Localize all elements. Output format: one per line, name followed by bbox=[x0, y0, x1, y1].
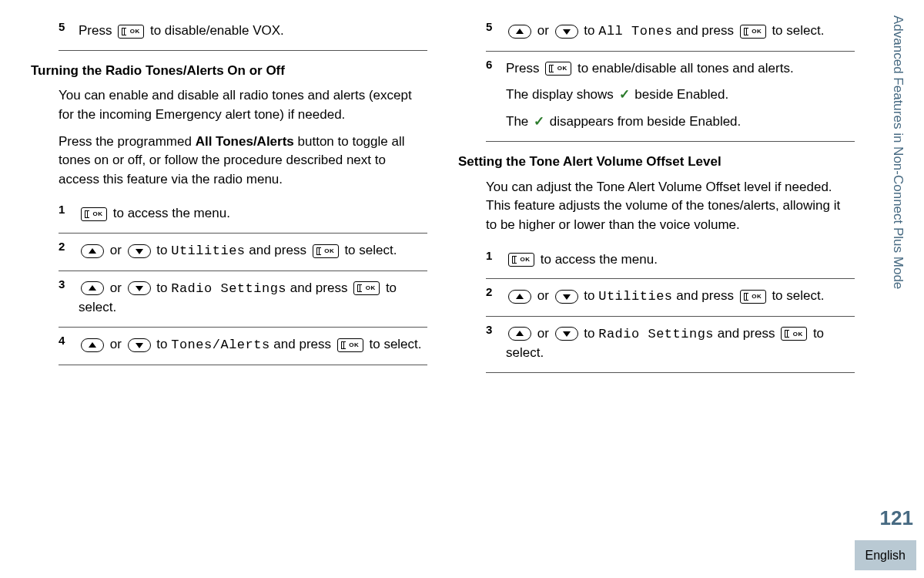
section-heading: Turning the Radio Tones/Alerts On or Off bbox=[31, 62, 427, 81]
svg-marker-11 bbox=[563, 331, 571, 337]
step-4: 4 or to Tones/Alerts and press OK to sel… bbox=[59, 328, 427, 365]
up-arrow-icon bbox=[508, 290, 531, 304]
down-arrow-icon bbox=[555, 290, 578, 304]
step-5: 5 or to All Tones and press OK to select… bbox=[486, 14, 855, 52]
step-number: 5 bbox=[486, 18, 506, 35]
step-number: 1 bbox=[486, 247, 506, 264]
step-3: 3 or to Radio Settings and press OK to s… bbox=[486, 317, 855, 373]
step-3: 3 or to Radio Settings and press OK to s… bbox=[59, 271, 427, 328]
intro-paragraph: You can adjust the Tone Alert Volume Off… bbox=[486, 178, 855, 235]
up-arrow-icon bbox=[81, 281, 104, 295]
ok-icon: OK bbox=[740, 290, 766, 304]
text: to bbox=[584, 326, 598, 341]
text: Press bbox=[506, 61, 543, 76]
text: disappears from beside Enabled. bbox=[546, 114, 741, 129]
text: and press bbox=[270, 337, 335, 351]
ok-icon: OK bbox=[545, 62, 571, 76]
menu-item: Radio Settings bbox=[171, 281, 286, 296]
text: to select. bbox=[344, 243, 397, 257]
text: to bbox=[156, 243, 171, 257]
menu-item: All Tones bbox=[598, 24, 672, 39]
ok-icon: OK bbox=[781, 327, 807, 341]
down-arrow-icon bbox=[128, 281, 151, 295]
text: to select. bbox=[369, 337, 421, 351]
bold-text: All Tones/Alerts bbox=[196, 134, 294, 149]
svg-marker-9 bbox=[563, 294, 571, 300]
step-number: 3 bbox=[59, 276, 79, 293]
step-2: 2 or to Utilities and press OK to select… bbox=[486, 279, 855, 317]
text: beside Enabled. bbox=[631, 87, 729, 102]
text: or bbox=[110, 281, 126, 295]
step-number: 2 bbox=[486, 284, 506, 301]
text: to enable/disable all tones and alerts. bbox=[578, 61, 794, 76]
step-number: 5 bbox=[59, 18, 79, 35]
step-1: 1 OK to access the menu. bbox=[59, 197, 427, 234]
text: The bbox=[506, 114, 532, 129]
up-arrow-icon bbox=[81, 244, 104, 258]
ok-icon: OK bbox=[81, 207, 107, 221]
step-number: 2 bbox=[59, 238, 79, 255]
menu-item: Utilities bbox=[598, 289, 672, 304]
text: or bbox=[537, 326, 553, 341]
svg-marker-0 bbox=[89, 248, 96, 254]
check-icon: ✓ bbox=[534, 113, 544, 132]
svg-marker-6 bbox=[516, 29, 524, 34]
step-number: 4 bbox=[59, 332, 79, 349]
page-number: 121 bbox=[880, 504, 913, 533]
svg-marker-2 bbox=[89, 285, 96, 291]
page-content: 5 Press OK to disable/enable VOX. Turnin… bbox=[0, 0, 924, 578]
text: and press bbox=[714, 326, 778, 341]
svg-marker-7 bbox=[563, 29, 571, 35]
text: Press bbox=[79, 23, 116, 38]
right-column: 5 or to All Tones and press OK to select… bbox=[458, 14, 855, 578]
menu-item: Tones/Alerts bbox=[171, 338, 270, 352]
ok-icon: OK bbox=[740, 25, 766, 39]
text: to access the menu. bbox=[541, 252, 658, 267]
down-arrow-icon bbox=[128, 244, 151, 258]
text: to access the menu. bbox=[113, 206, 230, 220]
step-1: 1 OK to access the menu. bbox=[486, 243, 855, 280]
text: to bbox=[584, 288, 598, 303]
text: or bbox=[110, 337, 126, 351]
down-arrow-icon bbox=[128, 338, 151, 352]
left-column: 5 Press OK to disable/enable VOX. Turnin… bbox=[31, 14, 427, 578]
language-tag: English bbox=[855, 540, 916, 570]
down-arrow-icon bbox=[555, 327, 578, 341]
menu-item: Utilities bbox=[171, 244, 245, 258]
up-arrow-icon bbox=[508, 25, 531, 39]
menu-item: Radio Settings bbox=[598, 327, 714, 341]
intro-paragraph: Press the programmed All Tones/Alerts bu… bbox=[59, 133, 427, 190]
ok-icon: OK bbox=[337, 338, 363, 352]
intro-paragraph: You can enable and disable all radio ton… bbox=[59, 86, 427, 124]
step-6: 6 Press OK to enable/disable all tones a… bbox=[486, 52, 855, 142]
text: and press bbox=[673, 288, 738, 303]
svg-marker-5 bbox=[136, 343, 143, 348]
step-number: 6 bbox=[486, 56, 506, 73]
ok-icon: OK bbox=[353, 281, 380, 295]
svg-marker-3 bbox=[136, 286, 143, 291]
text: and press bbox=[673, 23, 738, 38]
step-2: 2 or to Utilities and press OK to select… bbox=[59, 234, 427, 271]
ok-icon: OK bbox=[508, 253, 534, 267]
text: to bbox=[156, 281, 171, 295]
ok-icon: OK bbox=[118, 25, 144, 39]
svg-marker-4 bbox=[89, 342, 96, 348]
text: or bbox=[110, 243, 126, 257]
svg-marker-1 bbox=[136, 249, 143, 254]
section-heading: Setting the Tone Alert Volume Offset Lev… bbox=[458, 153, 855, 172]
down-arrow-icon bbox=[555, 25, 578, 39]
text: The display shows bbox=[506, 87, 618, 102]
text: to disable/enable VOX. bbox=[150, 23, 284, 38]
section-sidebar-label: Advanced Features in Non-Connect Plus Mo… bbox=[890, 15, 907, 347]
ok-icon: OK bbox=[313, 244, 339, 258]
step-5-vox: 5 Press OK to disable/enable VOX. bbox=[59, 14, 427, 51]
text: to select. bbox=[772, 288, 824, 303]
text: to bbox=[156, 337, 171, 351]
up-arrow-icon bbox=[81, 338, 104, 352]
text: to bbox=[584, 23, 598, 38]
text: to select. bbox=[772, 23, 824, 38]
svg-marker-8 bbox=[516, 294, 524, 299]
text: and press bbox=[286, 281, 351, 295]
text: Press the programmed bbox=[59, 134, 196, 149]
text: and press bbox=[246, 243, 310, 257]
